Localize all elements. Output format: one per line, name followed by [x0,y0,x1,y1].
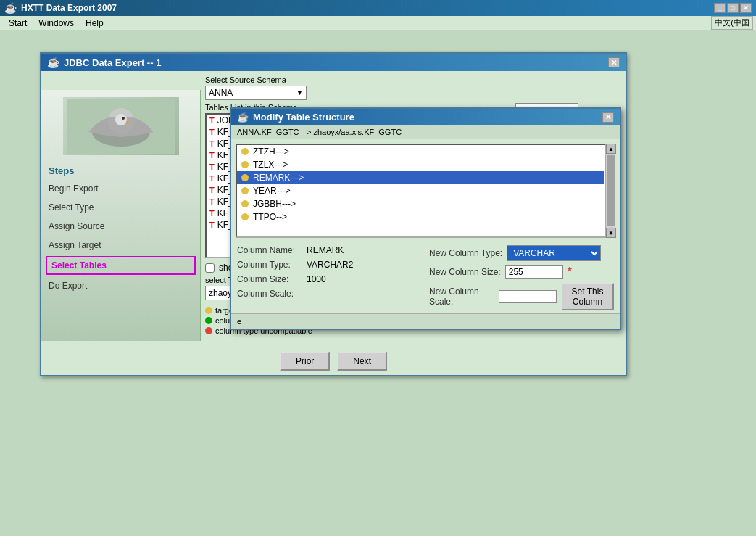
menu-windows[interactable]: Windows [33,17,80,30]
next-button[interactable]: Next [337,352,387,371]
column-type-row: Column Type: VARCHAR2 [237,260,422,270]
steps-panel: Steps Begin Export Select Type Assign So… [41,90,201,341]
maximize-button[interactable]: □ [727,3,739,13]
source-schema-dropdown-icon[interactable]: ▼ [296,89,303,96]
steps-label: Steps [41,162,200,179]
new-column-size-input[interactable] [505,265,563,279]
modify-modal-icon: ☕ [237,112,249,123]
app-title-bar: ☕ HXTT Data Export 2007 _ □ ✕ [0,0,756,16]
table-icon-0: T [209,116,215,125]
show-tables-checkbox[interactable] [205,263,215,273]
column-scale-label: Column Scale: [237,289,302,299]
menu-help[interactable]: Help [80,17,109,30]
legend-dot-green-1 [205,317,212,324]
source-schema-select[interactable]: ANNA ▼ [205,86,307,100]
table-icon-1: T [209,128,215,136]
modify-modal-title: Modify Table Structure [253,112,354,123]
app-icon: ☕ [4,2,17,14]
col-dot-TZLX [241,161,249,168]
legend-dot-red [205,327,212,334]
col-label-TTPO: TTPO--> [253,212,287,222]
step-assign-source[interactable]: Assign Source [41,217,200,236]
menu-start[interactable]: Start [3,17,33,30]
eagle-logo [63,97,179,155]
title-controls: _ □ ✕ [714,3,752,13]
table-icon-9: T [209,220,215,229]
column-item-REMARK[interactable]: REMARK---> [237,171,604,184]
svg-point-4 [122,117,125,120]
col-dot-YEAR [241,187,249,194]
table-icon-3: T [209,151,215,160]
content-area: Select Source Schema ANNA ▼ Tables List … [201,71,623,341]
column-name-value: REMARK [307,245,344,255]
new-column-type-select[interactable]: VARCHAR CHAR INTEGER NUMBER DATE [507,245,601,261]
new-column-type-select-row: VARCHAR CHAR INTEGER NUMBER DATE [507,245,601,261]
column-type-value: VARCHAR2 [307,260,353,270]
app-title: HXTT Data Export 2007 [21,3,117,13]
new-column-size-label: New Column Size: [429,267,501,277]
column-type-label: Column Type: [237,260,302,270]
table-icon-7: T [209,197,215,206]
nav-buttons: Prior Next [41,347,626,375]
dialog-icon: ☕ [47,57,59,68]
column-size-label: Column Size: [237,274,302,284]
modify-modal-subtitle: ANNA.KF_GGTC --> zhaoyx/aa.xls.KF_GGTC [231,125,620,139]
main-dialog-title: JDBC Data Expert -- 1 [64,57,161,68]
col-dot-JGBBH [241,200,249,207]
main-dialog-close-button[interactable]: ✕ [608,57,620,67]
column-item-ZTZH[interactable]: ZTZH---> [237,145,604,158]
prior-button[interactable]: Prior [280,352,330,371]
app-body: ☕ JDBC Data Expert -- 1 ✕ [0,30,756,536]
source-schema-value: ANNA [209,88,296,98]
scroll-up-button[interactable]: ▲ [606,144,616,154]
col-dot-ZTZH [241,148,249,155]
new-column-size-row: New Column Size: * [429,265,614,279]
modify-modal-close-button[interactable]: ✕ [602,112,614,123]
col-dot-REMARK [241,174,249,181]
col-label-ZTZH: ZTZH---> [253,147,289,157]
modal-bottom-note: e [231,313,620,329]
step-assign-target[interactable]: Assign Target [41,236,200,255]
step-select-type[interactable]: Select Type [41,198,200,217]
col-dot-TTPO [241,213,249,220]
new-column-scale-label: New Column Scale: [429,286,494,307]
col-label-YEAR: YEAR---> [253,186,291,196]
col-label-TZLX: TZLX---> [253,160,288,170]
set-column-button[interactable]: Set This Column [561,283,614,310]
column-item-TZLX[interactable]: TZLX---> [237,158,604,171]
column-details: Column Name: REMARK Column Type: VARCHAR… [231,242,620,313]
source-schema-label: Select Source Schema [205,75,619,84]
modify-modal: ☕ Modify Table Structure ✕ ANNA.KF_GGTC … [230,107,621,330]
column-item-TTPO[interactable]: TTPO--> [237,210,604,223]
step-do-export[interactable]: Do Export [41,276,200,295]
minimize-button[interactable]: _ [714,3,726,13]
legend-dot-yellow [205,307,212,314]
modify-modal-title-bar: ☕ Modify Table Structure ✕ [231,109,620,125]
modal-note-text: e [237,317,241,326]
close-app-button[interactable]: ✕ [740,3,752,13]
column-size-value: 1000 [307,274,326,284]
svg-point-3 [115,114,127,125]
table-icon-2: T [209,139,215,148]
column-list-container: ZTZH---> TZLX---> REMARK---> [236,144,615,238]
scroll-down-button[interactable]: ▼ [606,228,616,238]
column-name-label: Column Name: [237,245,302,255]
main-dialog: ☕ JDBC Data Expert -- 1 ✕ [40,52,627,376]
new-column-type-label: New Column Type: [429,248,502,258]
table-icon-8: T [209,209,215,218]
column-item-JGBBH[interactable]: JGBBH---> [237,197,604,210]
table-icon-4: T [209,162,215,171]
column-scrollbar: ▲ ▼ [605,144,615,238]
step-select-tables[interactable]: Select Tables [46,256,196,275]
new-column-scale-input[interactable] [499,290,557,303]
column-item-YEAR[interactable]: YEAR---> [237,184,604,197]
new-column-scale-row: New Column Scale: Set This Column [429,283,614,310]
table-icon-5: T [209,174,215,183]
menu-bar: Start Windows Help 中文(中国 [0,16,756,30]
column-list[interactable]: ZTZH---> TZLX---> REMARK---> [236,144,615,238]
language-indicator: 中文(中国 [711,16,753,30]
table-icon-6: T [209,186,215,194]
step-begin-export[interactable]: Begin Export [41,179,200,198]
error-indicator: * [568,265,572,279]
left-details: Column Name: REMARK Column Type: VARCHAR… [237,245,422,310]
